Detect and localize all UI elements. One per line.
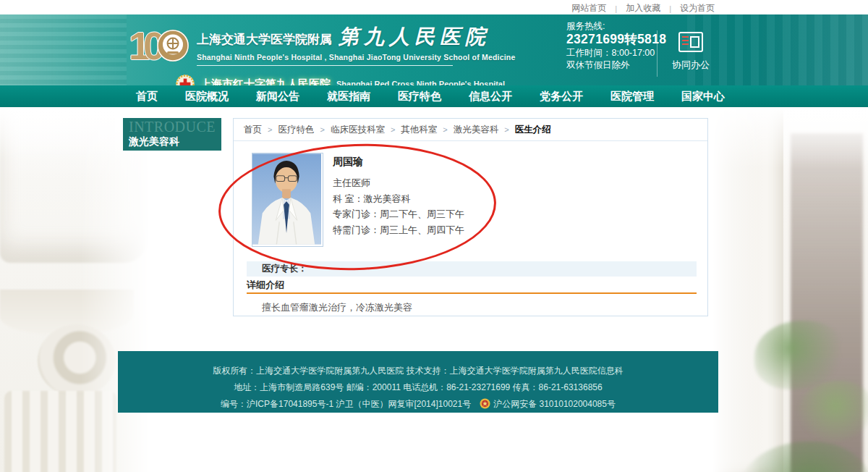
hospital-title-english: Shanghai Ninth People's Hospital , Shang… [197, 53, 516, 62]
oa-window-icon [678, 32, 703, 52]
footer-copyright: 版权所有：上海交通大学医学院附属第九人民医院 技术支持：上海交通大学医学院附属第… [118, 363, 718, 379]
background-photo-column [0, 107, 156, 472]
breadcrumb-separator: > [320, 125, 324, 134]
site-header: 10 上海交通大学医学院附属 第九人民医院 Shanghai Ninth Peo… [0, 14, 868, 85]
oa-label: 协同办公 [667, 59, 715, 72]
doctor-info: 周国瑜 主任医师 科 室：激光美容科 专家门诊：周二下午、周三下午 特需门诊：周… [333, 156, 464, 237]
topbar-separator: | [669, 4, 671, 13]
doctor-expert-clinic: 专家门诊：周二下午、周三下午 [333, 206, 464, 222]
top-utility-bar: 网站首页|加入收藏|设为首页 [0, 0, 868, 14]
detail-section-label: 详细介绍 [247, 279, 284, 292]
work-note: 双休节假日除外 [566, 59, 666, 72]
police-badge-icon [480, 398, 490, 415]
nav-item-1[interactable]: 医院概况 [185, 90, 229, 104]
footer-address: 地址：上海市制造局路639号 邮编：200011 电话总机：86-21-2327… [118, 379, 718, 396]
breadcrumb-item[interactable]: 激光美容科 [454, 125, 499, 135]
footer-police-record[interactable]: 沪公网安备 31010102004085号 [493, 399, 616, 409]
topbar-links: 网站首页|加入收藏|设为首页 [571, 2, 715, 14]
oa-office-link[interactable]: 协同办公 [667, 32, 715, 72]
nav-item-5[interactable]: 信息公开 [469, 90, 512, 104]
breadcrumb-item[interactable]: 医疗特色 [278, 125, 314, 135]
nav-item-4[interactable]: 医疗特色 [398, 90, 441, 104]
hospital-title-name: 第九人民医院 [339, 23, 490, 51]
footer-icp: 编号：沪ICP备17041895号-1 沪卫（中医）网复审[2014]10021… [118, 396, 718, 415]
breadcrumb-separator: > [443, 125, 447, 134]
breadcrumb-item: 医生介绍 [515, 125, 551, 135]
header-divider-line [197, 65, 453, 66]
breadcrumb-item[interactable]: 临床医技科室 [331, 125, 385, 135]
breadcrumb-item[interactable]: 其他科室 [401, 125, 437, 135]
header-vertical-divider [657, 30, 658, 77]
anniversary-emblem-icon [156, 29, 190, 62]
nav-item-6[interactable]: 党务公开 [540, 90, 583, 104]
breadcrumb-item[interactable]: 首页 [244, 125, 262, 135]
hospital-title-prefix: 上海交通大学医学院附属 [197, 31, 332, 48]
sidebar-dept-name: 激光美容科 [129, 135, 216, 148]
specialty-section-header: 医疗专长： [247, 261, 697, 277]
doctor-name: 周国瑜 [333, 156, 464, 169]
hotline-number: 23271699转5818 [566, 32, 666, 47]
sidebar-introduce-label: INTRODUCE [129, 119, 216, 135]
sidebar-dept-box[interactable]: INTRODUCE 激光美容科 [123, 118, 221, 151]
detail-text: 擅长血管瘤激光治疗，冷冻激光美容 [262, 301, 412, 314]
doctor-department: 科 室：激光美容科 [333, 191, 464, 207]
hotline-label: 服务热线: [566, 20, 666, 32]
breadcrumb-separator: > [268, 125, 272, 134]
breadcrumb-separator: > [504, 125, 509, 134]
orange-divider [247, 292, 697, 294]
doctor-intro-panel: 首页>医疗特色>临床医技科室>其他科室>激光美容科>医生介绍 周国瑜 主任 [233, 118, 708, 316]
breadcrumb: 首页>医疗特色>临床医技科室>其他科室>激光美容科>医生介绍 [234, 119, 707, 141]
hotline-block: 服务热线: 23271699转5818 工作时间：8:00-17:00 双休节假… [566, 20, 666, 72]
nav-item-3[interactable]: 就医指南 [327, 90, 370, 104]
topbar-link[interactable]: 网站首页 [571, 2, 606, 14]
work-time: 工作时间：8:00-17:00 [566, 47, 666, 59]
footer-icp-text: 编号：沪ICP备17041895号-1 沪卫（中医）网复审[2014]10021… [221, 399, 471, 409]
doctor-title: 主任医师 [333, 175, 464, 191]
nav-item-7[interactable]: 医院管理 [610, 90, 654, 104]
topbar-separator: | [615, 4, 617, 13]
doctor-photo [252, 153, 323, 247]
main-nav: 首页医院概况新闻公告就医指南医疗特色信息公开党务公开医院管理国家中心 [0, 85, 868, 107]
header-building-photo-left [0, 14, 127, 85]
site-footer: 版权所有：上海交通大学医学院附属第九人民医院 技术支持：上海交通大学医学院附属第… [118, 351, 718, 413]
nav-item-0[interactable]: 首页 [136, 90, 158, 104]
breadcrumb-separator: > [391, 125, 395, 134]
topbar-link[interactable]: 加入收藏 [626, 2, 660, 14]
hospital-title-block: 上海交通大学医学院附属 第九人民医院 Shanghai Ninth People… [197, 23, 516, 66]
nav-item-8[interactable]: 国家中心 [681, 90, 725, 104]
doctor-special-clinic: 特需门诊：周三上午、周四下午 [333, 222, 464, 238]
nav-item-2[interactable]: 新闻公告 [256, 90, 299, 104]
background-photo-plants [712, 107, 868, 472]
anniversary-100-logo: 10 [129, 22, 190, 69]
topbar-link[interactable]: 设为首页 [680, 2, 715, 14]
